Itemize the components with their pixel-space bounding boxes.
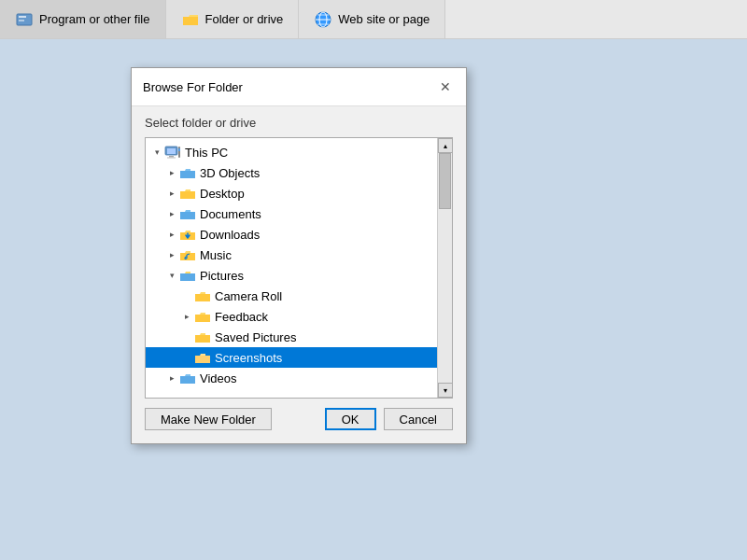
tab-bar: Program or other file Folder or drive We… [0,0,747,39]
expand-videos[interactable]: ▸ [164,371,179,385]
scroll-down-button[interactable]: ▾ [438,383,453,398]
svg-rect-14 [178,148,180,151]
3d-objects-label: 3D Objects [200,166,260,180]
tree-item-desktop[interactable]: ▸ Desktop [146,183,437,203]
desktop-label: Desktop [200,187,245,201]
folder-tree-container: ▾ This PC [145,137,453,399]
tab-folder[interactable]: Folder or drive [166,0,300,38]
browse-folder-dialog: Browse For Folder ✕ Select folder or dri… [131,67,467,444]
ok-button[interactable]: OK [325,408,376,430]
folder-tree[interactable]: ▾ This PC [146,138,437,398]
tree-item-pictures[interactable]: ▾ Pictures [146,265,437,286]
dialog-instruction: Select folder or drive [132,106,466,137]
folder-desktop-icon [179,186,196,201]
documents-label: Documents [200,207,261,221]
dialog-titlebar: Browse For Folder ✕ [132,68,466,106]
svg-rect-12 [167,158,176,159]
tree-item-downloads[interactable]: ▸ Downloads [146,224,437,245]
camera-roll-label: Camera Roll [215,289,282,303]
tree-item-videos[interactable]: ▸ Videos [146,368,437,388]
music-label: Music [200,248,232,262]
tab-website[interactable]: Web site or page [299,0,445,38]
svg-rect-10 [167,148,176,154]
make-new-folder-button[interactable]: Make New Folder [145,408,272,430]
expand-this-pc[interactable]: ▾ [149,145,164,160]
svg-rect-3 [183,17,198,25]
folder-saved-pictures-icon [194,329,211,344]
tab-folder-label: Folder or drive [205,12,284,26]
pc-icon [164,145,181,160]
tree-item-music[interactable]: ▸ Music [146,245,437,265]
tab-program-label: Program or other file [39,12,150,26]
downloads-label: Downloads [200,228,260,242]
videos-label: Videos [200,371,237,385]
scrollbar-thumb[interactable] [439,153,451,209]
dialog-title: Browse For Folder [143,80,243,94]
dialog-buttons: Make New Folder OK Cancel [132,408,466,443]
folder-downloads-icon [179,227,196,242]
expand-pictures[interactable]: ▾ [164,268,179,283]
folder-tab-icon [181,10,200,29]
expand-music[interactable]: ▸ [164,247,179,262]
tree-scrollbar[interactable]: ▴ ▾ [437,138,452,398]
tree-item-documents[interactable]: ▸ Documents [146,203,437,224]
expand-desktop[interactable]: ▸ [164,186,179,201]
expand-downloads[interactable]: ▸ [164,227,179,242]
folder-feedback-icon [194,309,211,324]
tree-item-screenshots[interactable]: ▸ Screenshots [146,347,437,368]
expand-documents[interactable]: ▸ [164,206,179,221]
tree-item-camera-roll[interactable]: ▸ Camera Roll [146,286,437,306]
svg-rect-1 [19,16,26,18]
cancel-button[interactable]: Cancel [384,408,453,430]
background-area: Browse For Folder ✕ Select folder or dri… [0,39,747,560]
tree-item-saved-pictures[interactable]: ▸ Saved Pictures [146,327,437,347]
web-icon [314,10,332,29]
tree-item-3d-objects[interactable]: ▸ 3D Objects [146,162,437,183]
tab-website-label: Web site or page [338,12,430,26]
scroll-up-button[interactable]: ▴ [438,138,453,153]
this-pc-label: This PC [185,146,228,160]
tree-item-feedback[interactable]: ▸ Feedback [146,306,437,327]
folder-documents-icon [179,206,196,221]
folder-screenshots-icon [194,350,211,365]
svg-rect-13 [178,147,180,158]
folder-3d-icon [179,165,196,180]
folder-camera-roll-icon [194,288,211,303]
expand-feedback[interactable]: ▸ [179,309,194,324]
folder-music-icon [179,247,196,262]
screenshots-label: Screenshots [215,351,282,365]
svg-rect-11 [169,156,174,158]
tab-program[interactable]: Program or other file [0,0,166,38]
feedback-label: Feedback [215,310,268,324]
close-button[interactable]: ✕ [436,77,455,96]
folder-videos-icon [179,371,196,385]
scrollbar-track [438,153,452,383]
folder-pictures-icon [179,268,196,283]
saved-pictures-label: Saved Pictures [215,330,296,344]
svg-rect-2 [19,20,24,21]
program-icon [15,10,34,29]
pictures-label: Pictures [200,269,244,283]
expand-3d-objects[interactable]: ▸ [164,165,179,180]
tree-item-this-pc[interactable]: ▾ This PC [146,142,437,162]
